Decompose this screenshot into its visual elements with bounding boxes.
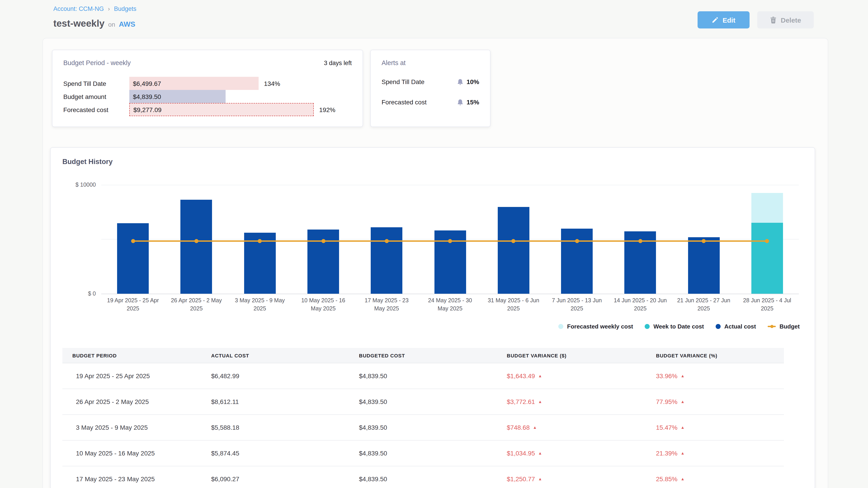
legend-line-marker-icon [768,326,776,327]
days-left-text: 3 days left [324,59,352,66]
cell-budget-variance-usd: $1,250.77▲ [507,475,656,483]
trend-up-icon: ▲ [681,400,685,404]
chart-plot-area [101,185,799,294]
x-axis-label: 31 May 2025 - 6 Jun 2025 [486,297,541,313]
x-axis-label: 24 May 2025 - 30 May 2025 [422,297,478,313]
main-panel: Budget Period - weekly 3 days left Spend… [42,38,828,488]
delete-button-label: Delete [781,16,801,24]
pencil-icon [712,17,719,23]
actual-cost-bar [371,227,402,294]
legend-item-actual-cost[interactable]: Actual cost [716,323,756,330]
budget-period-row-bar: $4,839.50 [129,90,225,103]
table-row: 3 May 2025 - 9 May 2025$5,588.18$4,839.5… [62,415,784,441]
cell-budgeted-cost: $4,839.50 [359,398,507,405]
budget-period-row-value: $6,499.67 [129,80,161,87]
budget-period-row-bar: $6,499.67 [129,77,258,90]
table-header-row: BUDGET PERIODACTUAL COSTBUDGETED COSTBUD… [62,348,784,363]
variance-value: 21.39% [656,450,677,457]
cell-actual-cost: $6,482.99 [211,372,359,380]
budget-period-row-label: Forecasted cost [63,106,129,113]
cell-budget-period: 10 May 2025 - 16 May 2025 [62,450,211,457]
edit-button[interactable]: Edit [698,11,749,29]
page-title: test-weekly [53,18,104,29]
breadcrumb-separator-icon: › [108,5,110,12]
variance-value: $1,250.77 [507,475,535,483]
x-axis-labels: 19 Apr 2025 - 25 Apr 202526 Apr 2025 - 2… [101,297,799,318]
bell-icon [457,78,463,85]
alert-row: Forecasted cost15% [381,95,479,109]
page-title-on: on [108,21,115,28]
cell-budgeted-cost: $4,839.50 [359,475,507,483]
budget-period-row-percent: 134% [264,80,280,87]
cell-budget-variance-usd: $1,643.49▲ [507,372,656,380]
actual-cost-bar [498,207,529,294]
cell-budget-variance-pct: 15.47%▲ [656,424,784,431]
cell-budget-period: 3 May 2025 - 9 May 2025 [62,424,211,431]
actual-cost-bar [117,223,149,294]
budget-line-point [575,239,579,243]
x-axis-label: 17 May 2025 - 23 May 2025 [359,297,414,313]
budget-line-point [131,239,135,243]
budget-line-point [194,239,198,243]
budget-line-point [321,239,325,243]
trend-up-icon: ▲ [538,400,542,404]
cell-budget-variance-pct: 33.96%▲ [656,372,784,380]
alert-threshold-value: 10% [467,78,479,86]
budget-period-row: Spend Till Date$6,499.67134% [63,77,352,90]
breadcrumb-budgets-link[interactable]: Budgets [114,5,136,12]
x-axis-label: 3 May 2025 - 9 May 2025 [232,297,288,313]
alert-row: Spend Till Date10% [381,74,479,89]
budget-period-row-percent: 192% [319,106,336,113]
cell-actual-cost: $5,588.18 [211,424,359,431]
x-axis-label: 21 Jun 2025 - 27 Jun 2025 [676,297,732,313]
budget-period-title: Budget Period - weekly [63,59,131,66]
budget-period-row: Budget amount$4,839.50 [63,90,352,103]
delete-button[interactable]: Delete [757,11,814,29]
budget-period-row-label: Budget amount [63,93,129,100]
variance-value: 15.47% [656,424,677,431]
cell-budget-variance-usd: $3,772.61▲ [507,398,656,405]
trend-up-icon: ▲ [681,477,685,481]
alert-threshold: 10% [457,78,479,86]
table-row: 26 Apr 2025 - 2 May 2025$8,612.11$4,839.… [62,389,784,415]
x-axis-label: 26 Apr 2025 - 2 May 2025 [168,297,224,313]
x-axis-label: 7 Jun 2025 - 13 Jun 2025 [549,297,605,313]
budget-history-table: BUDGET PERIODACTUAL COSTBUDGETED COSTBUD… [62,348,784,488]
cell-budgeted-cost: $4,839.50 [359,450,507,457]
legend-circle-marker-icon [716,324,721,329]
cell-budget-period: 26 Apr 2025 - 2 May 2025 [62,398,211,405]
y-axis-zero-label: $ 0 [51,291,96,297]
budget-history-title: Budget History [62,158,113,166]
budget-line-point [638,239,643,243]
variance-value: $748.68 [507,424,530,431]
chart-legend: Forecasted weekly costWeek to Date costA… [559,323,800,330]
alert-row-label: Forecasted cost [381,98,427,106]
week-to-date-bar [751,223,783,294]
variance-value: 77.95% [656,398,677,405]
variance-value: $1,643.49 [507,372,535,380]
legend-item-forecasted-weekly-cost[interactable]: Forecasted weekly cost [559,323,633,330]
gridline-10000 [101,185,799,185]
legend-item-budget[interactable]: Budget [768,323,800,330]
cell-budget-variance-pct: 77.95%▲ [656,398,784,405]
page-header: test-weekly on AWS [53,18,135,29]
x-axis-label: 14 Jun 2025 - 20 Jun 2025 [612,297,669,313]
alerts-title: Alerts at [371,50,490,66]
table-row: 10 May 2025 - 16 May 2025$5,874.45$4,839… [62,441,784,466]
cell-budget-variance-usd: $748.68▲ [507,424,656,431]
budget-period-row-label: Spend Till Date [63,80,129,87]
legend-item-week-to-date-cost[interactable]: Week to Date cost [645,323,704,330]
breadcrumb-account-link[interactable]: Account: CCM-NG [53,5,104,12]
legend-item-label: Actual cost [724,323,756,330]
cell-budget-variance-usd: $1,034.95▲ [507,450,656,457]
cell-budget-variance-pct: 21.39%▲ [656,450,784,457]
legend-item-label: Forecasted weekly cost [567,323,633,330]
budget-period-row-value: $9,277.09 [130,106,162,113]
budget-period-row-bar: $9,277.09 [129,103,314,116]
table-header-cell: BUDGET VARIANCE ($) [507,353,656,358]
trend-up-icon: ▲ [681,374,685,378]
actual-cost-bar [181,200,212,294]
trend-up-icon: ▲ [538,477,542,481]
table-header-cell: BUDGET VARIANCE (%) [656,353,784,358]
trend-up-icon: ▲ [681,451,685,455]
